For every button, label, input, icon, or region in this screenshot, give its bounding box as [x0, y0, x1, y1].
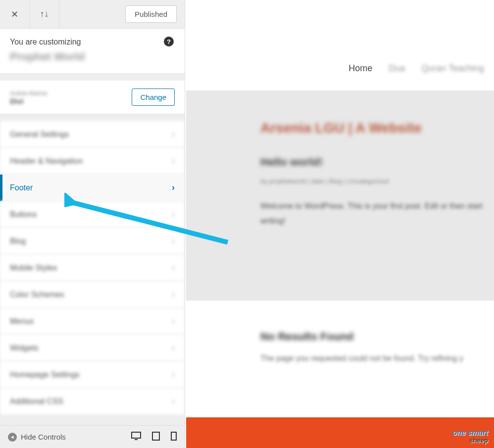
theme-name: Divi — [10, 97, 132, 105]
preview-nav: Home Dua Quran Teaching — [186, 0, 494, 74]
chevron-right-icon: › — [172, 343, 175, 353]
hero-text: Welcome to WordPress. This is your first… — [260, 199, 494, 229]
chevron-right-icon: › — [172, 396, 175, 406]
customizer-menu: General Settings› Header & Navigation› F… — [0, 114, 185, 425]
menu-item-additional-css[interactable]: Additional CSS› — [0, 388, 185, 415]
chevron-right-icon: › — [172, 263, 175, 273]
customizer-sidebar: ✕ ↑↓ Published You are customizing Proph… — [0, 0, 185, 448]
sidebar-top-bar: ✕ ↑↓ Published — [0, 0, 185, 29]
menu-item-color-schemes[interactable]: Color Schemes› — [0, 281, 185, 308]
publish-status-button[interactable]: Published — [125, 5, 177, 23]
chevron-right-icon: › — [172, 369, 175, 380]
menu-item-blog[interactable]: Blog› — [0, 228, 185, 255]
menu-label: Blog — [10, 237, 26, 246]
close-button[interactable]: ✕ — [0, 0, 30, 29]
menu-item-menus[interactable]: Menus› — [0, 308, 185, 335]
spacer — [0, 74, 185, 81]
sidebar-bottom-bar: ◂ Hide Controls — [0, 425, 185, 448]
tablet-icon[interactable] — [152, 432, 160, 443]
device-preview-toggles — [131, 432, 177, 443]
help-icon[interactable]: ? — [164, 37, 174, 46]
no-results-block: No Results Found The page you requested … — [186, 301, 494, 383]
svg-rect-3 — [171, 432, 176, 440]
svg-rect-2 — [152, 432, 159, 440]
active-theme-block: Active theme Divi Change — [0, 81, 185, 114]
watermark-line1: one smart — [452, 428, 488, 437]
menu-label: Footer — [10, 183, 33, 192]
updown-arrows-icon: ↑↓ — [40, 9, 49, 19]
menu-item-footer[interactable]: Footer› — [0, 175, 185, 201]
chevron-right-icon: › — [172, 209, 175, 220]
menu-label: Mobile Styles — [10, 264, 57, 272]
customizing-label: You are customizing — [10, 38, 175, 46]
hide-controls-label: Hide Controls — [21, 433, 66, 441]
reorder-button[interactable]: ↑↓ — [30, 0, 59, 29]
close-icon: ✕ — [11, 9, 18, 20]
svg-rect-1 — [135, 439, 138, 440]
hero-subtitle: Hello world! — [260, 156, 494, 169]
desktop-icon[interactable] — [131, 432, 141, 443]
menu-label: Widgets — [10, 344, 39, 353]
menu-label: Menus — [10, 317, 34, 326]
menu-item-mobile-styles[interactable]: Mobile Styles› — [0, 255, 185, 281]
preview-footer — [186, 417, 494, 448]
menu-item-homepage-settings[interactable]: Homepage Settings› — [0, 361, 185, 388]
hero-meta: by prophetworld | date | Blog | Uncatego… — [260, 178, 494, 185]
customizing-header: You are customizing Prophet World ? — [0, 29, 185, 74]
watermark: one smart sheep — [452, 428, 488, 444]
menu-label: General Settings — [10, 130, 69, 139]
mobile-icon[interactable] — [171, 432, 177, 443]
chevron-right-icon: › — [172, 129, 175, 139]
menu-item-buttons[interactable]: Buttons› — [0, 201, 185, 228]
chevron-right-icon: › — [172, 316, 175, 326]
chevron-right-icon: › — [172, 182, 175, 193]
no-results-text: The page you requested could not be foun… — [260, 354, 494, 363]
menu-gap — [0, 114, 185, 121]
svg-rect-0 — [132, 432, 141, 438]
active-theme-label: Active theme — [10, 90, 132, 97]
watermark-line2: sheep — [452, 437, 488, 444]
menu-item-header-navigation[interactable]: Header & Navigation› — [0, 148, 185, 175]
hide-controls-button[interactable]: ◂ Hide Controls — [8, 433, 66, 442]
preview-hero: Arsenia LGU | A Website Hello world! by … — [186, 90, 494, 301]
chevron-right-icon: › — [172, 236, 175, 246]
chevron-left-icon: ◂ — [8, 433, 17, 442]
no-results-title: No Results Found — [260, 330, 494, 343]
nav-link-quran[interactable]: Quran Teaching — [421, 63, 484, 74]
menu-label: Header & Navigation — [10, 157, 83, 166]
menu-label: Homepage Settings — [10, 370, 80, 379]
chevron-right-icon: › — [172, 156, 175, 166]
menu-label: Buttons — [10, 210, 37, 219]
site-preview: Home Dua Quran Teaching Arsenia LGU | A … — [186, 0, 494, 448]
site-name: Prophet World — [10, 50, 175, 63]
nav-link-home[interactable]: Home — [348, 63, 372, 74]
chevron-right-icon: › — [172, 289, 175, 300]
menu-label: Additional CSS — [10, 397, 63, 406]
nav-link-dua[interactable]: Dua — [389, 63, 405, 74]
menu-item-widgets[interactable]: Widgets› — [0, 335, 185, 361]
theme-info: Active theme Divi — [10, 90, 132, 105]
change-theme-button[interactable]: Change — [132, 89, 175, 106]
menu-label: Color Schemes — [10, 290, 64, 299]
menu-item-general-settings[interactable]: General Settings› — [0, 121, 185, 148]
hero-title: Arsenia LGU | A Website — [260, 120, 494, 136]
